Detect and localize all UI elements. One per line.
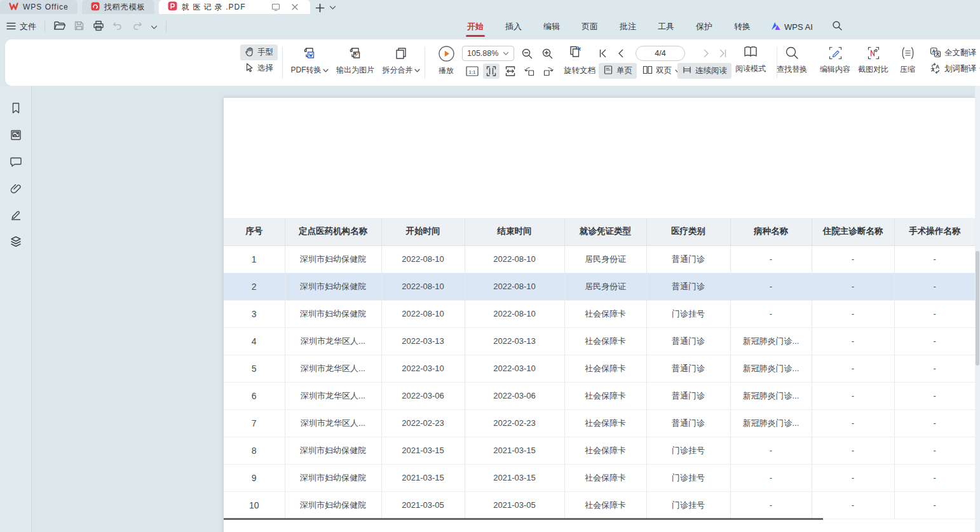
column-header: 开始时间	[381, 218, 465, 245]
document-viewport[interactable]: 序号定点医药机构名称开始时间结束时间就诊凭证类型医疗类别病种名称住院主诊断名称手…	[32, 86, 980, 532]
comment-icon[interactable]	[9, 154, 23, 168]
single-page-button[interactable]: 单页	[599, 63, 637, 79]
fit-width-button[interactable]	[502, 64, 519, 79]
new-tab-button[interactable]	[314, 1, 327, 14]
undo-history-chevron-icon[interactable]	[151, 21, 158, 32]
table-row[interactable]: 6深圳市龙华区人...2022-03-062022-03-06社会保障卡普通门诊…	[224, 382, 975, 409]
file-menu-button[interactable]: 文件	[6, 21, 36, 32]
word-translate-icon: A	[930, 63, 941, 76]
tab-label: 找稻壳模板	[104, 2, 146, 13]
table-row[interactable]: 8深圳市妇幼保健院2021-03-152021-03-15社会保障卡门诊挂号--…	[224, 437, 975, 464]
word-translate-label: 划词翻译	[944, 64, 976, 74]
extract-pages-button[interactable]	[567, 44, 583, 60]
menu-protect[interactable]: 保护	[695, 15, 714, 38]
menu-tools[interactable]: 工具	[657, 15, 676, 38]
menu-edit[interactable]: 编辑	[542, 15, 561, 38]
thumbnail-icon[interactable]	[9, 128, 23, 142]
annotate-pen-icon[interactable]	[9, 208, 23, 222]
continuous-reading-button[interactable]: 连续阅读	[677, 63, 732, 79]
table-row[interactable]: 9深圳市妇幼保健院2021-03-152021-03-15社会保障卡门诊挂号--…	[224, 464, 975, 491]
rotate-right-button[interactable]	[540, 64, 557, 79]
tab-docer-templates[interactable]: 找稻壳模板	[82, 0, 154, 14]
screenshot-compare-button[interactable]: 截图对比	[853, 45, 894, 75]
zoom-in-button[interactable]	[539, 46, 555, 61]
table-cell: 2021-03-15	[465, 437, 564, 464]
table-row[interactable]: 2深圳市妇幼保健院2022-08-102022-08-10居民身份证普通门诊--…	[224, 273, 975, 300]
rotate-left-button[interactable]	[521, 64, 538, 79]
bookmark-icon[interactable]	[9, 101, 23, 115]
zoom-level-select[interactable]: 105.88%	[462, 46, 514, 61]
print-icon[interactable]	[93, 20, 104, 34]
wps-ai-label: WPS AI	[784, 22, 813, 32]
table-cell: -	[812, 273, 894, 300]
menu-comment[interactable]: 批注	[618, 15, 637, 38]
table-row[interactable]: 5深圳市龙华区人...2022-03-102022-03-10社会保障卡普通门诊…	[224, 355, 975, 382]
find-replace-label: 查找替换	[777, 64, 807, 75]
page-number-input[interactable]	[636, 46, 685, 61]
zoom-out-button[interactable]	[519, 46, 535, 61]
select-tool-button[interactable]: 选择	[240, 60, 278, 76]
reading-mode-label: 阅读模式	[735, 64, 766, 74]
table-cell: 深圳市龙华区人...	[285, 327, 381, 355]
scrollbar-thumb[interactable]	[976, 251, 979, 365]
tab-wps-office[interactable]: WPS Office	[0, 0, 78, 14]
compress-label: 压缩	[900, 64, 915, 75]
table-row[interactable]: 3深圳市妇幼保健院2022-08-102022-08-10社会保障卡门诊挂号--…	[224, 300, 975, 327]
open-in-window-icon[interactable]	[269, 1, 282, 13]
menu-home[interactable]: 开始	[466, 15, 485, 38]
actual-size-button[interactable]: 1:1	[464, 64, 480, 79]
table-row[interactable]: 10深圳市妇幼保健院2021-03-052021-03-05社会保障卡门诊挂号-…	[224, 491, 975, 519]
table-cell: 新冠肺炎门诊...	[730, 327, 812, 355]
menu-page[interactable]: 页面	[580, 15, 599, 38]
menu-insert[interactable]: 插入	[504, 15, 523, 38]
global-search-icon[interactable]	[832, 20, 843, 33]
export-as-image-button[interactable]: 输出为图片	[333, 45, 378, 76]
find-replace-button[interactable]: 查找替换	[772, 45, 812, 75]
layers-icon[interactable]	[9, 235, 23, 249]
table-cell: 深圳市龙华区人...	[285, 409, 381, 437]
pdf-convert-button[interactable]: PDF转换	[287, 45, 332, 76]
vertical-scrollbar[interactable]	[975, 86, 980, 532]
chevron-down-icon	[414, 69, 420, 72]
hand-tool-button[interactable]: 手型	[240, 44, 278, 60]
table-cell: 2022-08-10	[381, 273, 465, 300]
redo-icon[interactable]	[132, 21, 142, 32]
first-page-button[interactable]	[595, 46, 611, 61]
word-translate-button[interactable]: A 划词翻译	[925, 61, 980, 77]
table-row[interactable]: 4深圳市龙华区人...2022-03-132022-03-13社会保障卡普通门诊…	[224, 327, 975, 355]
table-cell: 深圳市龙华区人...	[285, 382, 381, 409]
table-row[interactable]: 1深圳市妇幼保健院2022-08-102022-08-10居民身份证普通门诊--…	[224, 245, 975, 273]
open-file-icon[interactable]	[53, 20, 65, 34]
table-cell: 居民身份证	[564, 245, 646, 273]
next-page-button[interactable]	[698, 46, 714, 61]
tab-list-chevron-icon[interactable]	[327, 1, 339, 14]
rotate-document-button[interactable]: 旋转文档	[559, 63, 600, 79]
column-header: 结束时间	[465, 218, 564, 245]
play-button[interactable]: 播放	[430, 45, 463, 76]
table-cell: 2022-03-13	[381, 327, 465, 355]
undo-icon[interactable]	[112, 21, 123, 32]
table-cell: 普通门诊	[646, 327, 730, 355]
save-icon[interactable]	[74, 20, 85, 34]
play-label: 播放	[439, 65, 454, 76]
fit-page-button[interactable]	[483, 64, 500, 79]
last-page-button[interactable]	[714, 46, 731, 61]
table-row[interactable]: 7深圳市龙华区人...2022-02-232022-02-23社会保障卡普通门诊…	[224, 409, 975, 437]
attachment-icon[interactable]	[9, 181, 23, 195]
previous-page-button[interactable]	[613, 46, 629, 61]
edit-content-button[interactable]: 编辑内容	[815, 45, 855, 75]
tab-medical-record-pdf[interactable]: 就 医 记 录 .PDF	[159, 0, 310, 14]
reading-mode-button[interactable]: 阅读模式	[731, 44, 770, 74]
table-cell: -	[894, 273, 975, 300]
split-merge-button[interactable]: 拆分合并	[379, 45, 423, 76]
menu-convert[interactable]: 转换	[733, 15, 752, 38]
wps-ai-icon	[771, 22, 781, 32]
file-menu-label: 文件	[20, 21, 36, 32]
table-cell: -	[812, 300, 894, 327]
full-text-translate-button[interactable]: A 全文翻译	[925, 45, 980, 61]
table-cell: -	[812, 327, 894, 355]
table-cell: 9	[224, 464, 285, 491]
compress-button[interactable]: 压缩	[892, 45, 923, 75]
close-tab-icon[interactable]	[289, 1, 301, 13]
wps-ai-button[interactable]: WPS AI	[771, 22, 813, 32]
